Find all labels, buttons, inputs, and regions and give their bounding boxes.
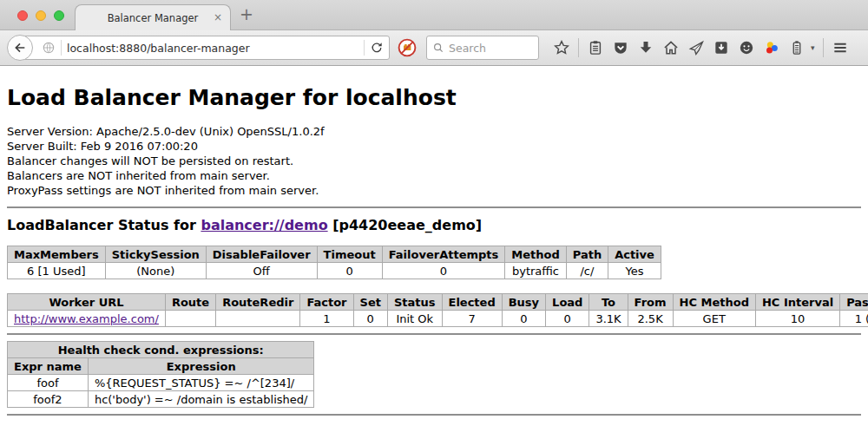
expr-cell: %{REQUEST_STATUS} =~ /^[234]/ bbox=[88, 375, 314, 391]
overflow-caret-icon[interactable]: ▾ bbox=[811, 43, 815, 52]
server-info: Server Version: Apache/2.5.0-dev (Unix) … bbox=[7, 124, 861, 198]
tab-close-icon[interactable]: × bbox=[214, 11, 222, 23]
table-cell: 0 bbox=[382, 263, 505, 279]
browser-toolbar: localhost:8880/balancer-manager bbox=[0, 30, 868, 66]
search-input[interactable] bbox=[449, 42, 527, 55]
back-icon bbox=[13, 41, 27, 55]
notice-line: ProxyPass settings are NOT inherited fro… bbox=[7, 183, 861, 198]
col-header: MaxMembers bbox=[8, 246, 106, 263]
table-cell: 10 bbox=[755, 311, 839, 327]
new-tab-button[interactable]: + bbox=[240, 4, 253, 23]
col-header: HC Interval bbox=[755, 294, 839, 311]
pocket-icon[interactable] bbox=[612, 39, 629, 56]
ext-smiley-icon[interactable] bbox=[738, 39, 755, 56]
plugin-blocked-icon[interactable] bbox=[397, 37, 418, 58]
close-window-button[interactable] bbox=[17, 10, 28, 21]
url-bar[interactable]: localhost:8880/balancer-manager bbox=[20, 36, 390, 60]
send-tab-icon[interactable] bbox=[687, 39, 705, 56]
balancer-demo-link[interactable]: balancer://demo bbox=[201, 217, 327, 233]
table-cell: 1 (0) bbox=[840, 311, 868, 327]
table-cell: (None) bbox=[105, 263, 206, 279]
col-header: To bbox=[589, 294, 628, 311]
table-cell: 1 bbox=[300, 311, 353, 327]
col-header: Expression bbox=[88, 358, 314, 375]
health-table-title: Health check cond. expressions: bbox=[8, 342, 314, 358]
server-version-line: Server Version: Apache/2.5.0-dev (Unix) … bbox=[7, 124, 861, 139]
section-divider bbox=[7, 333, 861, 335]
col-header: RouteRedir bbox=[216, 294, 300, 311]
browser-tab[interactable]: Balancer Manager × bbox=[75, 4, 231, 31]
col-header: Worker URL bbox=[8, 294, 166, 311]
notice-line: Balancers are NOT inherited from main se… bbox=[7, 168, 861, 183]
col-header: Busy bbox=[502, 294, 545, 311]
expr-cell: hc('body') =~ /domain is established/ bbox=[88, 391, 314, 408]
table-cell: 2.5K bbox=[628, 311, 673, 327]
reload-icon[interactable] bbox=[370, 41, 384, 55]
col-header: Elected bbox=[442, 294, 502, 311]
heading-suffix: [p4420eeae_demo] bbox=[328, 217, 483, 233]
reading-list-icon[interactable] bbox=[587, 39, 604, 56]
table-cell: 0 bbox=[546, 311, 589, 327]
col-header: Active bbox=[608, 246, 661, 263]
expr-name-cell: foof2 bbox=[8, 391, 89, 408]
urlbar-divider bbox=[364, 40, 365, 56]
section-divider bbox=[7, 206, 861, 208]
download-icon[interactable] bbox=[637, 39, 654, 56]
table-row: foof2 hc('body') =~ /domain is establish… bbox=[8, 391, 314, 408]
page-title: Load Balancer Manager for localhost bbox=[7, 85, 861, 110]
col-header: Status bbox=[387, 294, 442, 311]
table-cell: 7 bbox=[442, 311, 502, 327]
worker-url-cell: http://www.example.com/ bbox=[8, 311, 166, 327]
hamburger-menu-icon[interactable] bbox=[832, 39, 849, 56]
toolbar-icons: ▾ bbox=[553, 38, 868, 57]
table-header-row: Worker URL Route RouteRedir Factor Set S… bbox=[8, 294, 868, 311]
col-header: Passes bbox=[840, 294, 868, 311]
ext-colored-dots-icon[interactable] bbox=[763, 39, 780, 56]
col-header: Expr name bbox=[8, 358, 89, 375]
search-bar[interactable] bbox=[426, 36, 539, 60]
table-cell bbox=[165, 311, 215, 327]
col-header: FailoverAttempts bbox=[382, 246, 505, 263]
table-cell bbox=[216, 311, 300, 327]
table-cell: 6 [1 Used] bbox=[8, 263, 106, 279]
globe-icon bbox=[42, 41, 56, 55]
table-cell: 0 bbox=[502, 311, 545, 327]
ext-square-download-icon[interactable] bbox=[713, 39, 730, 56]
ext-battery-icon[interactable] bbox=[788, 39, 806, 56]
minimize-window-button[interactable] bbox=[36, 10, 46, 21]
col-header: From bbox=[628, 294, 673, 311]
back-button[interactable] bbox=[7, 35, 33, 61]
expr-name-cell: foof bbox=[8, 375, 89, 391]
section-divider bbox=[7, 414, 861, 416]
table-cell: GET bbox=[673, 311, 755, 327]
bookmark-star-icon[interactable] bbox=[553, 39, 570, 56]
table-cell: /c/ bbox=[566, 263, 608, 279]
table-row: foof %{REQUEST_STATUS} =~ /^[234]/ bbox=[8, 375, 314, 391]
home-icon[interactable] bbox=[662, 39, 680, 56]
table-cell: bytraffic bbox=[505, 263, 566, 279]
worker-url-link[interactable]: http://www.example.com/ bbox=[14, 312, 159, 325]
window-titlebar: Balancer Manager × + bbox=[0, 0, 868, 30]
page-content: Load Balancer Manager for localhost Serv… bbox=[0, 66, 868, 416]
search-icon bbox=[432, 42, 444, 54]
table-title-row: Health check cond. expressions: bbox=[8, 342, 314, 358]
table-cell: Off bbox=[206, 263, 317, 279]
heading-prefix: LoadBalancer Status for bbox=[7, 217, 201, 233]
col-header: HC Method bbox=[673, 294, 755, 311]
tab-title: Balancer Manager bbox=[108, 12, 199, 24]
zoom-window-button[interactable] bbox=[54, 10, 64, 21]
table-header-row: MaxMembers StickySession DisableFailover… bbox=[8, 246, 661, 263]
table-cell: 0 bbox=[317, 263, 382, 279]
col-header: Path bbox=[566, 246, 608, 263]
worker-status-table: Worker URL Route RouteRedir Factor Set S… bbox=[7, 293, 868, 327]
toolbar-divider bbox=[823, 38, 824, 57]
toolbar-divider bbox=[578, 38, 579, 57]
col-header: Route bbox=[165, 294, 215, 311]
col-header: DisableFailover bbox=[206, 246, 317, 263]
table-cell: Init Ok bbox=[387, 311, 442, 327]
col-header: Timeout bbox=[317, 246, 382, 263]
table-header-row: Expr name Expression bbox=[8, 358, 314, 375]
table-row: 6 [1 Used] (None) Off 0 0 bytraffic /c/ … bbox=[8, 263, 661, 279]
table-row: http://www.example.com/ 1 0 Init Ok 7 0 … bbox=[8, 311, 868, 327]
url-text[interactable]: localhost:8880/balancer-manager bbox=[67, 42, 358, 55]
